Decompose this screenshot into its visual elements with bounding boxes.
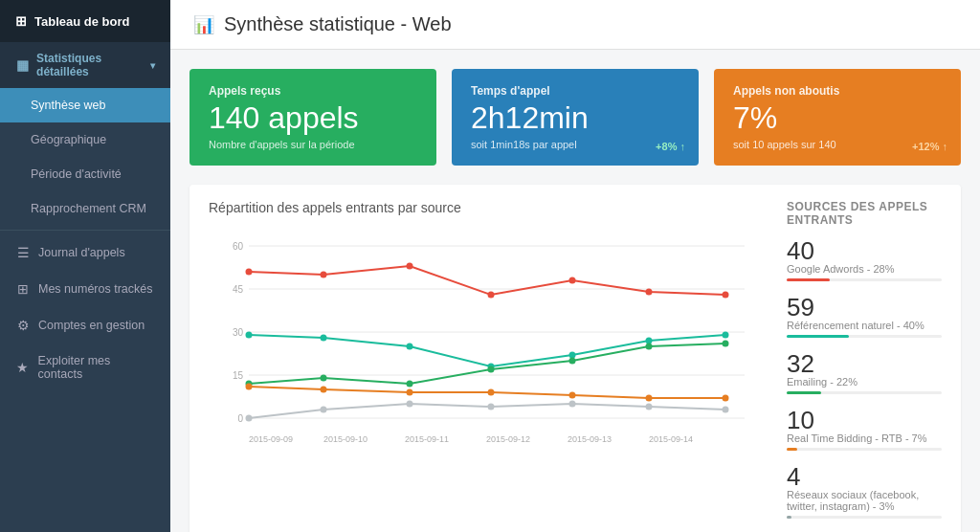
source-bar-fill: [787, 516, 791, 519]
svg-point-19: [488, 292, 495, 299]
chevron-down-icon: ▾: [150, 60, 155, 71]
svg-text:2015-09-09: 2015-09-09: [249, 434, 293, 444]
stat-card-value: 7%: [733, 101, 942, 135]
chart-title: Répartition des appels entrants par sour…: [209, 200, 764, 215]
svg-point-22: [723, 292, 729, 299]
svg-point-45: [321, 407, 327, 413]
source-bar-fill: [787, 335, 849, 338]
sidebar-item-synthese[interactable]: Synthèse web: [0, 88, 170, 122]
chart-left: Répartition des appels entrants par sour…: [209, 200, 764, 532]
sidebar: ⊞ Tableau de bord ▦ Statistiques détaill…: [0, 0, 170, 532]
sidebar-item-rapprochement[interactable]: Rapprochement CRM: [0, 191, 170, 226]
source-bar-track: [787, 516, 942, 519]
source-bar-track: [787, 278, 942, 281]
svg-text:2015-09-12: 2015-09-12: [486, 434, 530, 444]
source-value: 32: [787, 351, 942, 376]
svg-point-17: [321, 272, 327, 278]
stat-card-sub: soit 10 appels sur 140: [733, 139, 942, 150]
svg-point-36: [723, 341, 729, 347]
sidebar-item-label: Géographique: [31, 133, 106, 146]
sidebar-item-journal[interactable]: ☰ Journal d'appels: [0, 234, 170, 271]
svg-point-50: [723, 407, 729, 413]
svg-point-39: [407, 389, 413, 396]
svg-point-44: [246, 415, 253, 422]
stat-card-badge: +12% ↑: [912, 141, 947, 152]
source-bar-track: [787, 335, 942, 338]
stat-card-value: 140 appels: [209, 101, 417, 135]
bar-chart-icon: ▦: [15, 57, 29, 73]
svg-text:30: 30: [233, 327, 244, 338]
svg-point-40: [488, 389, 495, 396]
svg-text:15: 15: [233, 370, 244, 381]
svg-point-29: [723, 332, 729, 339]
sources-title: Sources des appels entrants: [787, 200, 942, 227]
svg-point-33: [488, 366, 495, 373]
svg-text:2015-09-10: 2015-09-10: [323, 434, 368, 444]
source-value: 4: [787, 464, 942, 489]
source-value: 40: [787, 238, 942, 263]
stat-card-value: 2h12min: [471, 101, 679, 135]
sidebar-header-label: Tableau de bord: [34, 14, 129, 29]
chart-area: 60 45 30 15 0 2015-09-09 2015-09-10 2015…: [209, 227, 764, 489]
stat-cards-container: Appels reçus 140 appels Nombre d'appels …: [189, 69, 961, 166]
sidebar-item-periode[interactable]: Période d'activité: [0, 157, 170, 191]
stat-card-appels-recus: Appels reçus 140 appels Nombre d'appels …: [189, 69, 436, 166]
svg-text:2015-09-11: 2015-09-11: [405, 434, 449, 444]
svg-point-32: [407, 381, 413, 388]
source-bar-track: [787, 391, 942, 394]
sidebar-item-geographique[interactable]: Géographique: [0, 122, 170, 157]
sidebar-item-numeros[interactable]: ⊞ Mes numéros trackés: [0, 271, 170, 307]
sidebar-item-label: Rapprochement CRM: [31, 202, 146, 215]
journal-icon: ☰: [15, 245, 31, 260]
star-icon: ★: [15, 360, 31, 375]
svg-point-42: [646, 395, 653, 402]
svg-point-28: [646, 338, 653, 344]
stat-card-label: Temps d'appel: [471, 84, 679, 98]
sidebar-item-comptes[interactable]: ⚙ Comptes en gestion: [0, 307, 170, 344]
chart-right-sources: Sources des appels entrants 40 Google Ad…: [787, 200, 942, 532]
source-desc: Référencement naturel - 40%: [787, 320, 942, 331]
chart-section: Répartition des appels entrants par sour…: [189, 185, 961, 532]
svg-point-24: [321, 335, 327, 342]
source-bar-fill: [787, 448, 797, 451]
svg-point-23: [246, 332, 253, 339]
svg-point-20: [569, 277, 576, 284]
svg-point-48: [569, 401, 576, 408]
svg-point-46: [407, 401, 413, 408]
source-item-rtb: 10 Real Time Bidding - RTB - 7%: [787, 408, 942, 451]
stat-card-sub: soit 1min18s par appel: [471, 139, 679, 150]
source-value: 10: [787, 408, 942, 432]
sidebar-item-label: Mes numéros trackés: [38, 282, 152, 296]
sidebar-item-label: Synthèse web: [31, 99, 106, 112]
source-item-emailing: 32 Emailing - 22%: [787, 351, 942, 394]
stat-card-sub: Nombre d'appels sur la période: [209, 139, 417, 150]
sidebar-item-label: Journal d'appels: [38, 246, 125, 259]
stat-card-label: Appels non aboutis: [733, 84, 942, 98]
svg-point-34: [569, 358, 576, 365]
svg-point-41: [569, 392, 576, 399]
svg-text:2015-09-13: 2015-09-13: [568, 434, 612, 444]
sidebar-item-label: Comptes en gestion: [38, 319, 145, 332]
sidebar-item-contacts[interactable]: ★ Exploiter mes contacts: [0, 344, 170, 391]
svg-point-43: [723, 395, 729, 402]
main-content-body: Appels reçus 140 appels Nombre d'appels …: [170, 50, 980, 532]
svg-point-21: [646, 289, 653, 296]
source-bar-track: [787, 448, 942, 451]
source-item-referencement: 59 Référencement naturel - 40%: [787, 295, 942, 338]
source-bar-fill: [787, 278, 830, 281]
svg-point-18: [407, 263, 413, 270]
sidebar-header[interactable]: ⊞ Tableau de bord: [0, 0, 170, 42]
svg-text:60: 60: [233, 241, 244, 252]
sidebar-item-label: Période d'activité: [31, 167, 122, 181]
tracking-icon: ⊞: [15, 281, 31, 297]
source-item-google: 40 Google Adwords - 28%: [787, 238, 942, 281]
sidebar-divider: [0, 230, 170, 231]
source-desc: Emailing - 22%: [787, 376, 942, 388]
svg-point-16: [246, 269, 253, 276]
stat-card-appels-non-aboutis: Appels non aboutis 7% soit 10 appels sur…: [714, 69, 961, 166]
stat-card-temps-appel: Temps d'appel 2h12min soit 1min18s par a…: [452, 69, 699, 166]
svg-point-47: [488, 404, 495, 410]
source-item-reseaux: 4 Réseaux sociaux (facebook, twitter, in…: [787, 464, 942, 519]
sidebar-item-statistiques[interactable]: ▦ Statistiques détaillées ▾: [0, 42, 170, 88]
page-title: Synthèse statistique - Web: [224, 13, 452, 35]
